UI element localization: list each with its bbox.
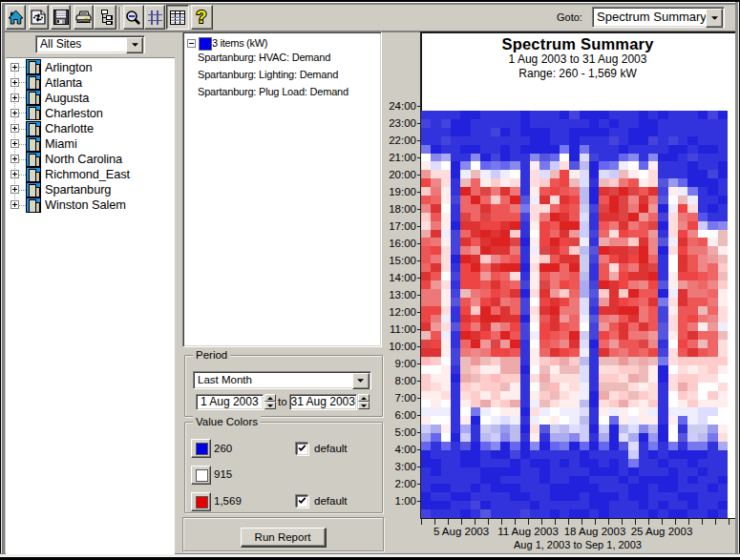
- svg-text:?: ?: [197, 9, 207, 26]
